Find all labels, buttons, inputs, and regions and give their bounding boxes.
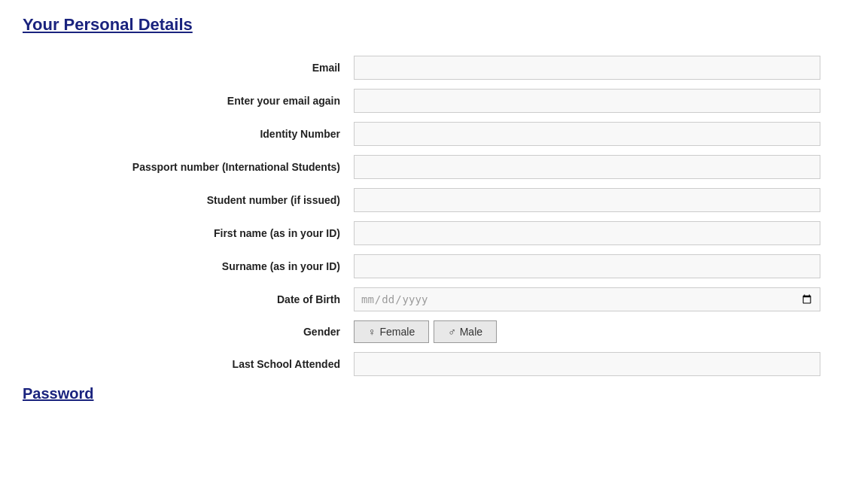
- identity-number-input[interactable]: [354, 122, 820, 146]
- section-title: Your Personal Details: [23, 15, 820, 38]
- email-input[interactable]: [354, 56, 820, 80]
- gender-female-button[interactable]: ♀ Female: [354, 320, 429, 343]
- dob-label: Date of Birth: [23, 293, 354, 305]
- gender-male-button[interactable]: ♂ Male: [434, 320, 497, 343]
- passport-number-row: Passport number (International Students): [23, 155, 820, 179]
- personal-details-section: Your Personal Details Email Enter your e…: [23, 15, 820, 376]
- male-icon: ♂: [448, 326, 456, 338]
- email-label: Email: [23, 62, 354, 74]
- identity-number-label: Identity Number: [23, 128, 354, 140]
- last-school-row: Last School Attended: [23, 352, 820, 376]
- surname-input[interactable]: [354, 254, 820, 278]
- surname-label: Surname (as in your ID): [23, 260, 354, 272]
- first-name-label: First name (as in your ID): [23, 227, 354, 239]
- email-confirm-row: Enter your email again: [23, 89, 820, 113]
- email-confirm-input[interactable]: [354, 89, 820, 113]
- first-name-row: First name (as in your ID): [23, 221, 820, 245]
- student-number-row: Student number (if issued): [23, 188, 820, 212]
- gender-label: Gender: [23, 326, 354, 338]
- female-icon: ♀: [368, 326, 376, 338]
- dob-input[interactable]: [354, 287, 820, 311]
- male-label: Male: [460, 326, 482, 338]
- dob-row: Date of Birth: [23, 287, 820, 311]
- student-number-input[interactable]: [354, 188, 820, 212]
- gender-row: Gender ♀ Female ♂ Male: [23, 320, 820, 343]
- gender-buttons-group: ♀ Female ♂ Male: [354, 320, 497, 343]
- passport-number-input[interactable]: [354, 155, 820, 179]
- last-school-input[interactable]: [354, 352, 820, 376]
- student-number-label: Student number (if issued): [23, 194, 354, 206]
- surname-row: Surname (as in your ID): [23, 254, 820, 278]
- email-row: Email: [23, 56, 820, 80]
- female-label: Female: [380, 326, 415, 338]
- identity-number-row: Identity Number: [23, 122, 820, 146]
- next-section-title: Password: [23, 385, 820, 402]
- last-school-label: Last School Attended: [23, 358, 354, 370]
- passport-number-label: Passport number (International Students): [23, 161, 354, 173]
- email-confirm-label: Enter your email again: [23, 95, 354, 107]
- first-name-input[interactable]: [354, 221, 820, 245]
